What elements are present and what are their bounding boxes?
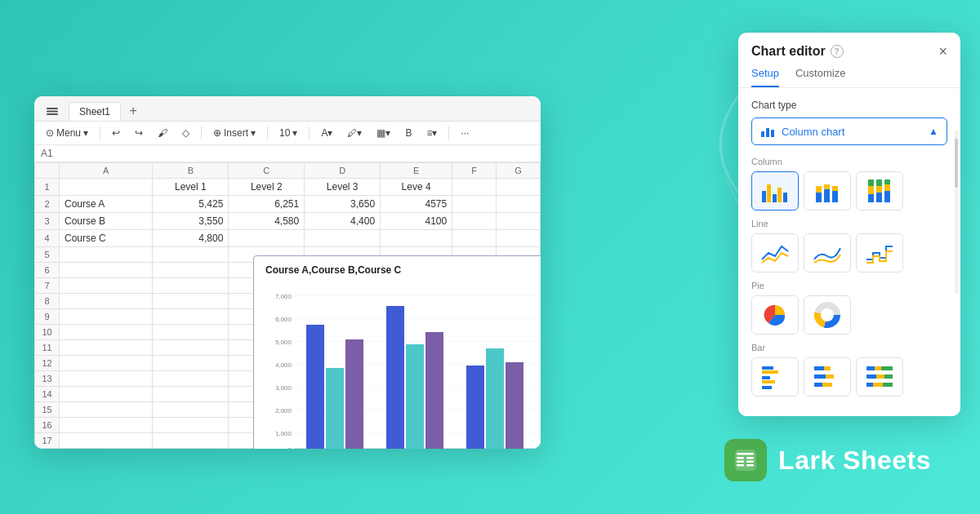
more-button[interactable]: ··· <box>456 125 474 141</box>
pie-basic-option[interactable] <box>751 295 799 335</box>
grid-cell[interactable] <box>452 213 497 230</box>
grid-cell[interactable] <box>153 309 229 325</box>
grid-cell[interactable] <box>153 294 229 309</box>
insert-button[interactable]: ⊕ Insert ▾ <box>208 125 261 141</box>
column-grouped-option[interactable] <box>751 171 799 210</box>
undo-button[interactable]: ↩ <box>107 125 125 141</box>
grid-cell[interactable] <box>60 402 153 418</box>
pie-donut-option[interactable] <box>804 295 851 335</box>
grid-cell[interactable]: 6,251 <box>229 196 305 213</box>
menu-button[interactable]: ⊙ Menu ▾ <box>41 125 93 141</box>
grid-cell[interactable] <box>60 356 153 371</box>
col-header-f[interactable]: F <box>452 163 497 179</box>
grid-cell[interactable]: Level 2 <box>229 179 305 196</box>
grid-cell[interactable] <box>60 433 153 449</box>
line-step-option[interactable] <box>856 233 903 273</box>
row-number: 6 <box>35 263 60 278</box>
grid-cell[interactable] <box>497 213 541 230</box>
line-smooth-option[interactable] <box>804 233 851 273</box>
grid-cell[interactable]: Level 1 <box>153 179 229 196</box>
grid-cell[interactable] <box>60 247 153 263</box>
svg-rect-45 <box>816 193 822 202</box>
grid-cell[interactable] <box>381 230 452 247</box>
redo-button[interactable]: ↪ <box>130 125 148 141</box>
col-header-c[interactable]: C <box>229 163 305 179</box>
sheet-tab-sheet1[interactable]: Sheet1 <box>69 102 121 121</box>
svg-text:2,000: 2,000 <box>275 407 292 414</box>
border-button[interactable]: ▦▾ <box>372 125 395 141</box>
column-stacked-option[interactable] <box>804 171 851 210</box>
grid-cell[interactable] <box>497 196 541 213</box>
grid-cell[interactable]: Course A <box>60 196 153 213</box>
grid-cell[interactable]: 4,800 <box>153 230 229 247</box>
col-header-a[interactable]: A <box>60 163 153 179</box>
grid-cell[interactable] <box>60 340 153 356</box>
bar-grouped-option[interactable] <box>751 357 799 397</box>
column-100-option[interactable] <box>856 171 903 210</box>
grid-cell[interactable] <box>153 433 229 449</box>
grid-cell[interactable]: Level 3 <box>305 179 381 196</box>
grid-cell[interactable] <box>153 263 229 278</box>
help-icon[interactable]: ? <box>831 45 844 58</box>
tab-setup[interactable]: Setup <box>751 67 779 87</box>
panel-scrollbar-thumb[interactable] <box>955 139 958 188</box>
bar-stacked-option[interactable] <box>804 357 851 397</box>
grid-cell[interactable] <box>153 325 229 340</box>
highlight-button[interactable]: 🖊▾ <box>342 125 367 141</box>
add-sheet-button[interactable]: + <box>124 102 142 120</box>
clear-button[interactable]: ◇ <box>177 125 194 141</box>
line-basic-option[interactable] <box>751 233 799 273</box>
grid-cell[interactable] <box>229 230 305 247</box>
chart-type-dropdown[interactable]: Column chart ▲ <box>751 117 947 145</box>
grid-cell[interactable] <box>60 325 153 340</box>
close-button[interactable]: × <box>938 44 947 59</box>
grid-cell[interactable]: Course B <box>60 213 153 230</box>
grid-cell[interactable] <box>153 371 229 387</box>
panel-scrollbar[interactable] <box>955 131 958 294</box>
align-button[interactable]: ≡▾ <box>421 125 442 141</box>
grid-cell[interactable] <box>305 230 381 247</box>
grid-cell[interactable] <box>153 278 229 294</box>
grid-cell[interactable]: 4100 <box>381 213 452 230</box>
font-color-button[interactable]: A▾ <box>316 125 337 141</box>
grid-cell[interactable]: 3,650 <box>305 196 381 213</box>
grid-cell[interactable] <box>452 179 497 196</box>
copy-format-button[interactable]: 🖌 <box>153 125 172 141</box>
grid-cell[interactable]: 3,550 <box>153 213 229 230</box>
grid-cell[interactable] <box>153 247 229 263</box>
grid-cell[interactable] <box>60 418 153 433</box>
grid-cell[interactable] <box>60 387 153 402</box>
grid-cell[interactable]: Course C <box>60 230 153 247</box>
grid-cell[interactable] <box>60 179 153 196</box>
font-size-button[interactable]: 10 ▾ <box>274 125 302 141</box>
grid-cell[interactable] <box>452 230 497 247</box>
grid-cell[interactable] <box>153 356 229 371</box>
grid-cell[interactable] <box>153 340 229 356</box>
row-number: 17 <box>35 433 60 449</box>
bar-100-option[interactable] <box>856 357 903 397</box>
col-header-e[interactable]: E <box>381 163 452 179</box>
grid-cell[interactable] <box>153 402 229 418</box>
grid-cell[interactable]: 4,400 <box>305 213 381 230</box>
grid-cell[interactable] <box>60 278 153 294</box>
bold-button[interactable]: B <box>400 125 416 141</box>
grid-cell[interactable] <box>497 230 541 247</box>
grid-cell[interactable] <box>60 371 153 387</box>
grid-cell[interactable]: 5,425 <box>153 196 229 213</box>
grid-cell[interactable] <box>60 294 153 309</box>
grid-cell[interactable] <box>497 179 541 196</box>
grid-cell[interactable] <box>153 387 229 402</box>
col-header-d[interactable]: D <box>305 163 381 179</box>
grid-cell[interactable] <box>153 418 229 433</box>
grid-cell[interactable]: 4575 <box>381 196 452 213</box>
grid-cell[interactable] <box>452 196 497 213</box>
svg-rect-70 <box>814 366 824 370</box>
tab-customize[interactable]: Customize <box>795 67 845 87</box>
col-header-rownum <box>35 163 60 179</box>
grid-cell[interactable] <box>60 309 153 325</box>
grid-cell[interactable]: Leve 4 <box>381 179 452 196</box>
grid-cell[interactable] <box>60 263 153 278</box>
col-header-b[interactable]: B <box>153 163 229 179</box>
col-header-g[interactable]: G <box>497 163 541 179</box>
grid-cell[interactable]: 4,580 <box>229 213 305 230</box>
